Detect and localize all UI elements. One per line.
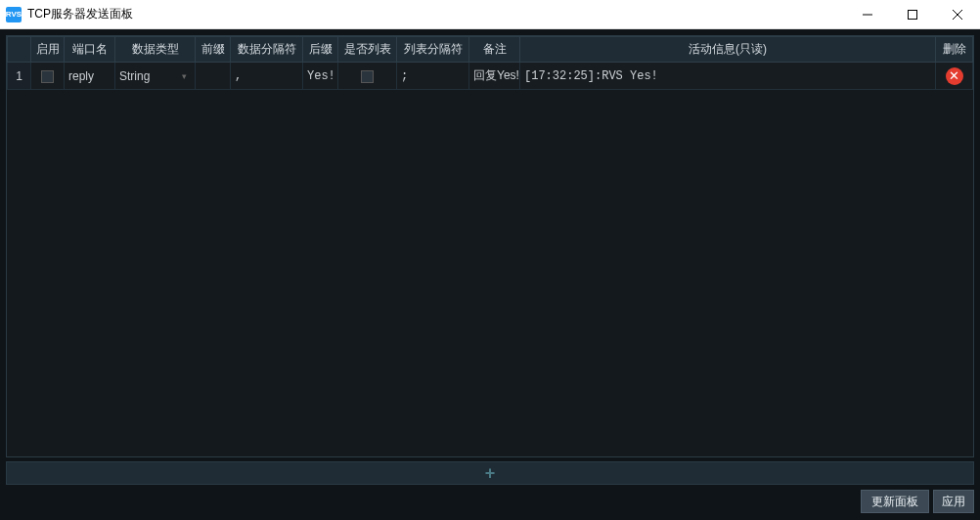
row-index-cell: 1 xyxy=(8,63,31,90)
table-row: 1 reply String ▾ , Yes! xyxy=(8,63,973,90)
is-list-checkbox[interactable] xyxy=(361,70,374,83)
bottom-toolbar: 更新面板 应用 xyxy=(6,489,974,514)
col-header-prefix[interactable]: 前缀 xyxy=(196,37,231,63)
col-header-enable[interactable]: 启用 xyxy=(31,37,65,63)
window-controls xyxy=(845,0,980,28)
main-panel: 启用 端口名 数据类型 前缀 数据分隔符 后缀 是否列表 列表分隔符 备注 活动… xyxy=(0,29,980,520)
app-icon: RVS xyxy=(6,7,22,22)
apply-button[interactable]: 应用 xyxy=(933,490,974,513)
col-header-index xyxy=(8,37,31,63)
col-header-data-separator[interactable]: 数据分隔符 xyxy=(231,37,303,63)
col-header-data-type[interactable]: 数据类型 xyxy=(115,37,196,63)
window-title: TCP服务器发送面板 xyxy=(27,6,845,22)
maximize-button[interactable] xyxy=(890,0,935,28)
plus-icon: + xyxy=(485,463,496,484)
col-header-is-list[interactable]: 是否列表 xyxy=(338,37,397,63)
data-type-cell[interactable]: String ▾ xyxy=(115,63,196,90)
list-separator-cell[interactable]: ; xyxy=(397,63,469,90)
col-header-activity-info[interactable]: 活动信息(只读) xyxy=(520,37,936,63)
col-header-remark[interactable]: 备注 xyxy=(469,37,520,63)
add-row-button[interactable]: + xyxy=(6,461,974,485)
enable-checkbox[interactable] xyxy=(41,70,54,83)
minimize-button[interactable] xyxy=(845,0,890,28)
is-list-cell[interactable] xyxy=(338,63,397,90)
table-header-row: 启用 端口名 数据类型 前缀 数据分隔符 后缀 是否列表 列表分隔符 备注 活动… xyxy=(8,37,973,63)
remark-cell[interactable]: 回复Yes! xyxy=(469,63,520,90)
col-header-port-name[interactable]: 端口名 xyxy=(65,37,115,63)
col-header-list-separator[interactable]: 列表分隔符 xyxy=(397,37,469,63)
col-header-suffix[interactable]: 后缀 xyxy=(303,37,338,63)
refresh-panel-button[interactable]: 更新面板 xyxy=(861,490,929,513)
close-button[interactable] xyxy=(935,0,980,28)
suffix-cell[interactable]: Yes! xyxy=(303,63,338,90)
delete-cell[interactable]: ✕ xyxy=(936,63,973,90)
data-type-value: String xyxy=(119,69,150,83)
delete-icon: ✕ xyxy=(949,69,959,82)
data-table: 启用 端口名 数据类型 前缀 数据分隔符 后缀 是否列表 列表分隔符 备注 活动… xyxy=(7,36,973,90)
col-header-delete[interactable]: 删除 xyxy=(936,37,973,63)
dropdown-icon[interactable]: ▾ xyxy=(177,71,191,81)
data-separator-cell[interactable]: , xyxy=(231,63,303,90)
enable-cell[interactable] xyxy=(31,63,65,90)
activity-info-cell: [17:32:25]:RVS Yes! xyxy=(520,63,936,90)
prefix-cell[interactable] xyxy=(196,63,231,90)
titlebar: RVS TCP服务器发送面板 xyxy=(0,0,980,29)
delete-row-button[interactable]: ✕ xyxy=(946,67,963,85)
table-empty-area xyxy=(7,90,973,456)
svg-rect-1 xyxy=(909,10,917,19)
port-name-cell[interactable]: reply xyxy=(65,63,115,90)
data-table-container: 启用 端口名 数据类型 前缀 数据分隔符 后缀 是否列表 列表分隔符 备注 活动… xyxy=(6,35,974,457)
